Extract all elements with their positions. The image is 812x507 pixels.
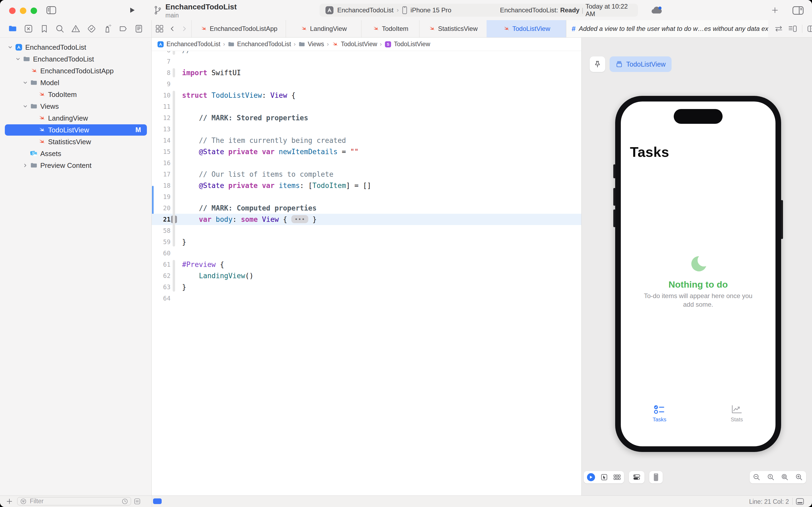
line-number[interactable]: 12 [152,112,171,123]
navigator-tab-breakpoints[interactable] [118,24,127,33]
code-line-61[interactable]: 61#Preview { [152,259,581,270]
navigator-tab-debug[interactable] [103,24,112,33]
code-line-11[interactable]: 11 [152,101,581,112]
navigator-tab-project[interactable] [8,24,17,33]
line-number[interactable]: 17 [152,169,171,180]
debug-area-toggle-icon[interactable] [795,498,805,505]
sidebar-item-Preview-Content[interactable]: Preview Content [0,160,152,171]
navigator-tab-find[interactable] [55,24,64,33]
live-preview-button[interactable] [587,473,595,481]
code-line-14[interactable]: 14 // The item currently being created [152,135,581,146]
code-line-6[interactable]: 6// [152,51,581,56]
toggle-navigator-icon[interactable] [46,6,56,14]
forward-icon[interactable] [181,25,187,33]
jumpbar-item[interactable]: EnchancedTodoList [228,41,291,48]
source-control-filter-icon[interactable] [134,498,141,505]
line-number[interactable]: 60 [152,247,171,259]
sidebar-item-TodoItem[interactable]: TodoItem [0,89,152,101]
minimize-window-button[interactable] [20,7,26,14]
line-number[interactable]: 58 [152,225,171,236]
code-line-8[interactable]: 8import SwiftUI [152,67,581,78]
chevron-down-icon[interactable] [22,104,28,109]
code-line-64[interactable]: 64 [152,293,581,304]
zoom-in-button[interactable] [792,473,806,481]
line-number[interactable]: 16 [152,157,171,169]
run-button[interactable] [128,6,136,14]
tab-LandingView[interactable]: LandingView [286,20,361,37]
tab-EnchancedTodoListApp[interactable]: EnchancedTodoListApp [191,20,286,37]
code-line-63[interactable]: 63} [152,281,581,293]
line-number[interactable]: 62 [152,270,171,281]
code-line-21[interactable]: 21› var body: some View { ••• } [152,214,581,225]
line-number[interactable]: 18 [152,180,171,191]
code-fold-ribbon[interactable] [173,68,175,77]
zoom-window-button[interactable] [31,7,37,14]
toggle-inspector-icon[interactable] [791,6,805,15]
code-line-13[interactable]: 13 [152,123,581,135]
navigator-tab-source-control[interactable] [24,24,33,33]
code-line-18[interactable]: 18 @State private var items: [TodoItem] … [152,180,581,191]
code-line-9[interactable]: 9 [152,78,581,90]
recent-files-icon[interactable] [122,498,128,505]
add-tab-button[interactable] [771,6,779,14]
jumpbar-item[interactable]: EnchancedTodoList [157,41,221,48]
code-line-62[interactable]: 62 LandingView() [152,270,581,281]
tab-TodoItem[interactable]: TodoItem [361,20,419,37]
line-number[interactable]: 8 [152,67,171,78]
color-scheme-button[interactable] [629,471,644,484]
code-line-16[interactable]: 16 [152,157,581,169]
line-number[interactable]: 61 [152,259,171,270]
line-number[interactable]: 19 [152,191,171,203]
code-fold-ribbon[interactable] [173,51,175,55]
sidebar-item-EnchancedTodoList[interactable]: EnchancedTodoList [0,41,152,53]
line-number[interactable]: 11 [152,101,171,112]
pin-preview-button[interactable] [590,56,605,72]
variants-mode-icon[interactable] [613,474,621,481]
add-editor-icon[interactable] [807,25,812,33]
line-number[interactable]: 10 [152,90,171,101]
chevron-down-icon[interactable] [22,80,28,86]
line-number[interactable]: 20 [152,203,171,214]
sidebar-item-TodoListView[interactable]: TodoListViewM [0,124,152,136]
jumpbar-item[interactable]: Views [298,41,324,48]
close-window-button[interactable] [9,7,15,14]
tab-overview-icon[interactable] [156,25,164,33]
code-editor[interactable]: 6//78import SwiftUI910struct TodoListVie… [152,51,581,496]
navigator-tab-reports[interactable] [134,24,143,33]
chevron-right-icon[interactable] [22,163,28,168]
line-number[interactable]: 21 [152,214,171,225]
selectable-mode-icon[interactable] [600,474,608,481]
line-number[interactable]: 59 [152,236,171,247]
tab-changelog[interactable]: #Added a view to tell the user what to d… [566,20,768,37]
device-settings-button[interactable] [649,471,663,484]
code-line-15[interactable]: 15 @State private var newItemDetails = "… [152,146,581,157]
zoom-100-button[interactable] [764,473,778,481]
line-number[interactable]: 9 [152,78,171,90]
folded-code-chip[interactable]: ••• [291,215,308,223]
navigator-tab-issues[interactable] [71,24,80,33]
sidebar-item-StatisticsView[interactable]: StatisticsView [0,136,152,148]
zoom-fit-button[interactable] [778,473,792,481]
line-number[interactable]: 15 [152,146,171,157]
sidebar-item-Assets[interactable]: Assets [0,148,152,160]
line-number[interactable]: 14 [152,135,171,146]
jumpbar-item[interactable]: STodoListView [385,41,430,48]
code-line-17[interactable]: 17 // Our list of items to complete [152,169,581,180]
swap-editor-icon[interactable] [774,25,783,33]
code-line-59[interactable]: 59} [152,236,581,247]
code-line-12[interactable]: 12 // MARK: Stored properties [152,112,581,123]
back-icon[interactable] [169,25,175,33]
filter-field[interactable] [17,497,131,505]
code-line-19[interactable]: 19 [152,191,581,203]
sidebar-item-Views[interactable]: Views [0,101,152,112]
tab-TodoListView[interactable]: TodoListView [486,20,566,37]
sidebar-item-EnchancedTodoList[interactable]: EnchancedTodoList [0,53,152,65]
line-number[interactable]: 13 [152,123,171,135]
add-file-button[interactable] [6,498,13,505]
preview-target-pill[interactable]: TodoListView [610,56,672,72]
jumpbar-item[interactable]: TodoListView [331,41,377,48]
code-fold-ribbon[interactable] [173,260,175,292]
zoom-out-button[interactable] [750,473,764,481]
tab-StatisticsView[interactable]: StatisticsView [419,20,486,37]
navigator-tab-tests[interactable] [87,24,96,33]
